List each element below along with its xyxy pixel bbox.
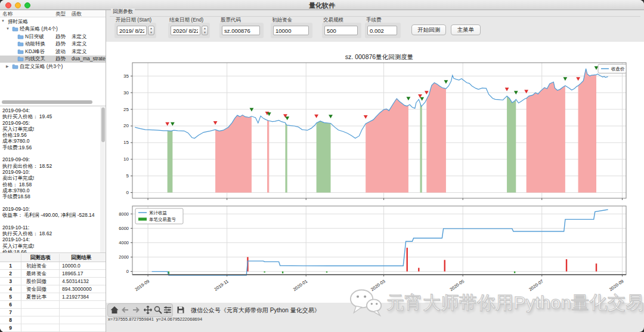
svg-text:25: 25: [123, 107, 129, 112]
svg-text:30: 30: [123, 90, 129, 96]
desktop: 量化软件 名称 类型 函数 ▼择时策略▼经典策略 (共4个)N日突破趋势未定义动…: [0, 0, 644, 332]
save-icon[interactable]: [176, 305, 185, 315]
tree-header-type: 类型: [55, 11, 66, 18]
start-date-input[interactable]: [117, 26, 147, 35]
sell-marker: [285, 116, 289, 120]
watermark-text: 元宵大师带你用Python量化交易: [386, 291, 644, 315]
log-text: 2019-09-04: 执行买入价格： 19.45 2019-09-05: 买入…: [2, 107, 98, 253]
sell-marker: [250, 108, 254, 112]
group-label: 回测参数: [111, 8, 135, 16]
sell-marker: [563, 77, 567, 81]
tree-row[interactable]: ▼择时策略: [0, 18, 106, 26]
table-row[interactable]: 7: [0, 309, 106, 316]
svg-text:15: 15: [123, 140, 129, 145]
folder-icon: [12, 26, 18, 32]
backtest-charts: 05101520253035sz. 000876量化回测度量收盘价0200040…: [106, 42, 644, 303]
tree-row[interactable]: KDJ峰谷波动未定义: [0, 48, 106, 56]
table-row[interactable]: 9: [0, 324, 106, 332]
init-capital-input[interactable]: [273, 26, 309, 35]
folder-icon: [17, 49, 24, 54]
caret-icon[interactable]: ▶: [6, 64, 9, 68]
buy-marker: [314, 115, 318, 118]
table-row[interactable]: 3股价回撤4.50314132: [0, 278, 106, 285]
tree-row[interactable]: ▼经典策略 (共4个): [0, 26, 106, 33]
table-cell: 18965.17: [60, 270, 103, 277]
tree-item-type: 趋势: [55, 56, 66, 63]
cursor-coordinates: x=737555.8727559841 y=24.06795222068694: [108, 316, 202, 322]
home-icon[interactable]: [110, 305, 119, 315]
back-icon[interactable]: [120, 305, 130, 315]
tree-header-name: 名称: [2, 11, 13, 18]
table-cell: 最终资金: [21, 270, 60, 277]
table-cell: 894.3000000: [60, 285, 103, 293]
end-date-stepper[interactable]: ▲▼: [202, 26, 208, 35]
trade-band-win: [578, 69, 596, 192]
tree-row[interactable]: ▶自定义策略 (共3个): [0, 63, 106, 70]
table-cell: 5: [0, 293, 21, 300]
svg-text:5: 5: [126, 173, 129, 179]
start-date-stepper[interactable]: ▲▼: [148, 26, 154, 35]
table-row[interactable]: 2最终资金18965.17: [0, 270, 106, 278]
table-cell: 2: [0, 270, 21, 277]
trade-band-loss: [317, 121, 331, 193]
zoom-icon[interactable]: [153, 305, 163, 315]
tree-item-type: 波动: [55, 48, 66, 56]
svg-text:4000: 4000: [119, 240, 129, 245]
table-cell: 10000.0: [60, 262, 103, 269]
folder-icon: [17, 56, 24, 62]
trade-band-win: [366, 99, 408, 192]
tree-item-name: 自定义策略 (共3个): [20, 63, 63, 70]
tree-row[interactable]: 动能转换趋势未定义: [0, 41, 106, 48]
log-scrollbar-thumb[interactable]: [101, 107, 105, 142]
x-tick-label: 2019-09: [134, 278, 151, 292]
table-row[interactable]: 1初始资金10000.0: [0, 262, 106, 270]
trade-size-input[interactable]: [324, 26, 358, 35]
caret-icon[interactable]: ▼: [1, 19, 5, 23]
sliders-icon[interactable]: [163, 305, 172, 315]
start-backtest-button[interactable]: 开始回测: [411, 24, 446, 35]
end-date-input[interactable]: [171, 26, 200, 35]
tree-item-name: 经典策略 (共4个): [20, 26, 58, 33]
svg-text:0: 0: [126, 269, 129, 274]
table-cell: 股价回撤: [21, 278, 60, 285]
sell-marker: [406, 97, 410, 100]
caret-icon[interactable]: ▼: [6, 27, 10, 30]
tree-horizontal-scrollbar[interactable]: [2, 100, 92, 104]
table-row[interactable]: 4资金回撤894.3000000: [0, 285, 106, 293]
trade-band-loss: [285, 122, 287, 192]
tree-header-func: 函数: [72, 11, 82, 18]
tree-row[interactable]: 均线交叉趋势dua_ma_strategy: [0, 56, 106, 63]
fee-input[interactable]: [367, 26, 397, 35]
window-title: 量化软件: [0, 1, 644, 10]
sell-marker: [595, 66, 599, 70]
strategy-tree: ▼择时策略▼经典策略 (共4个)N日突破趋势未定义动能转换趋势未定义KDJ峰谷波…: [0, 18, 106, 70]
table-cell: 9: [0, 324, 21, 331]
trade-band-win: [267, 120, 269, 192]
table-row[interactable]: 5夏普比率1.21927384: [0, 293, 106, 301]
table-cell: 4: [0, 285, 21, 293]
buy-marker: [213, 121, 218, 125]
tree-item-name: N日突破: [25, 33, 44, 41]
pan-icon[interactable]: [143, 305, 153, 315]
table-cell: 8: [0, 316, 21, 324]
table-cell: [60, 324, 103, 331]
table-header-cell: 回测结果: [60, 254, 103, 262]
main-menu-button[interactable]: 主菜单: [451, 24, 481, 35]
tree-item-func: dua_ma_strategy: [72, 56, 106, 62]
table-cell: [60, 309, 103, 316]
backtest-log-panel[interactable]: 2019-09-04: 执行买入价格： 19.45 2019-09-05: 买入…: [0, 106, 106, 253]
tree-row[interactable]: N日突破趋势未定义: [0, 33, 106, 41]
table-header-cell: [0, 254, 21, 262]
table-row[interactable]: 6: [0, 301, 106, 309]
svg-text:0: 0: [126, 190, 129, 195]
table-row[interactable]: 8: [0, 316, 106, 324]
table-cell: 初始资金: [21, 262, 60, 269]
chart-title: sz. 000876量化回测度量: [345, 53, 413, 60]
table-cell: 1.21927384: [60, 293, 103, 300]
svg-text:10: 10: [123, 156, 129, 162]
trade-band-win: [527, 82, 565, 192]
svg-text:单笔交易盈亏: 单笔交易盈亏: [149, 217, 177, 222]
stock-code-input[interactable]: [222, 26, 260, 35]
folder-icon: [17, 34, 24, 39]
forward-icon[interactable]: [131, 305, 141, 315]
